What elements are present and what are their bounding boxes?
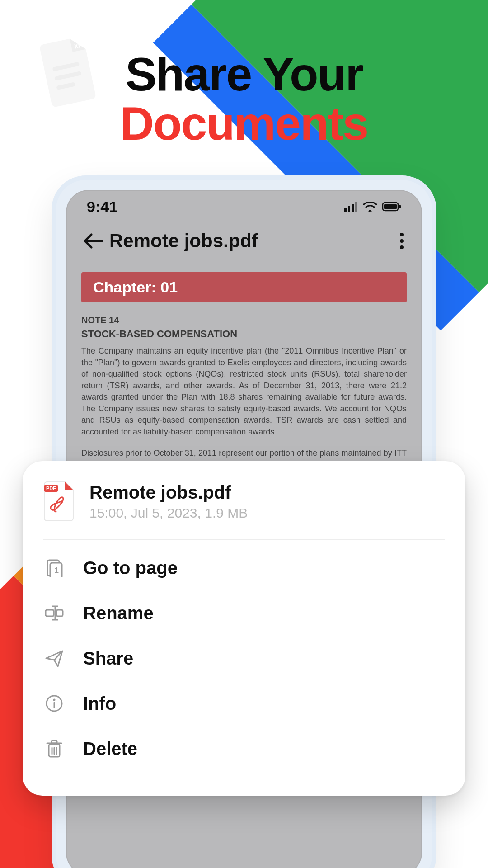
sheet-file-name: Remote jobs.pdf: [89, 482, 248, 503]
chapter-badge: Chapter: 01: [81, 272, 407, 302]
page-icon: 1: [43, 558, 65, 577]
pdf-file-icon: PDF: [43, 481, 76, 522]
wifi-icon: [363, 202, 377, 212]
menu-label-goto: Go to page: [83, 558, 178, 578]
menu-share[interactable]: Share: [43, 636, 445, 681]
back-icon[interactable]: [83, 233, 103, 249]
menu-label-rename: Rename: [83, 603, 154, 623]
svg-rect-20: [56, 610, 63, 616]
trash-icon: [43, 739, 65, 759]
svg-rect-4: [344, 208, 347, 212]
svg-rect-10: [399, 205, 401, 208]
svg-rect-19: [46, 610, 54, 616]
svg-text:PDF: PDF: [46, 486, 56, 491]
hero-headline: Share Your Documents: [0, 50, 488, 148]
status-time: 9:41: [87, 198, 117, 216]
menu-rename[interactable]: Rename: [43, 590, 445, 636]
svg-point-26: [53, 699, 56, 701]
more-vert-icon[interactable]: [399, 232, 405, 250]
share-icon: [43, 648, 65, 668]
svg-rect-7: [355, 202, 357, 212]
svg-rect-5: [348, 206, 350, 212]
menu-label-info: Info: [83, 693, 116, 714]
sheet-file-subtitle: 15:00, Jul 5, 2023, 1.9 MB: [89, 505, 248, 521]
info-icon: [43, 694, 65, 713]
menu-delete[interactable]: Delete: [43, 726, 445, 771]
appbar-title: Remote jobs.pdf: [109, 230, 258, 252]
note-title: STOCK-BASED COMPENSATION: [81, 328, 407, 340]
svg-text:1: 1: [55, 566, 59, 574]
sheet-menu: 1 Go to page Rename Share Info: [43, 545, 445, 771]
status-bar: 9:41: [66, 190, 422, 223]
note-label: NOTE 14: [81, 315, 407, 326]
menu-info[interactable]: Info: [43, 681, 445, 726]
cellular-icon: [344, 202, 358, 212]
hero-line1: Share Your: [125, 48, 362, 100]
svg-rect-9: [384, 204, 397, 209]
svg-point-11: [400, 233, 404, 236]
menu-label-delete: Delete: [83, 739, 137, 759]
svg-point-13: [400, 245, 404, 249]
menu-go-to-page[interactable]: 1 Go to page: [43, 545, 445, 590]
action-sheet: PDF Remote jobs.pdf 15:00, Jul 5, 2023, …: [23, 461, 465, 796]
svg-rect-6: [352, 204, 354, 212]
menu-label-share: Share: [83, 648, 133, 669]
hero-line2: Documents: [0, 99, 488, 148]
svg-rect-30: [52, 741, 57, 743]
svg-point-12: [400, 239, 404, 243]
sheet-file-header: PDF Remote jobs.pdf 15:00, Jul 5, 2023, …: [43, 481, 445, 540]
doc-paragraph-1: The Company maintains an equity incentiv…: [81, 345, 407, 438]
battery-icon: [382, 202, 401, 212]
rename-icon: [43, 604, 65, 623]
app-bar: Remote jobs.pdf: [66, 223, 422, 259]
